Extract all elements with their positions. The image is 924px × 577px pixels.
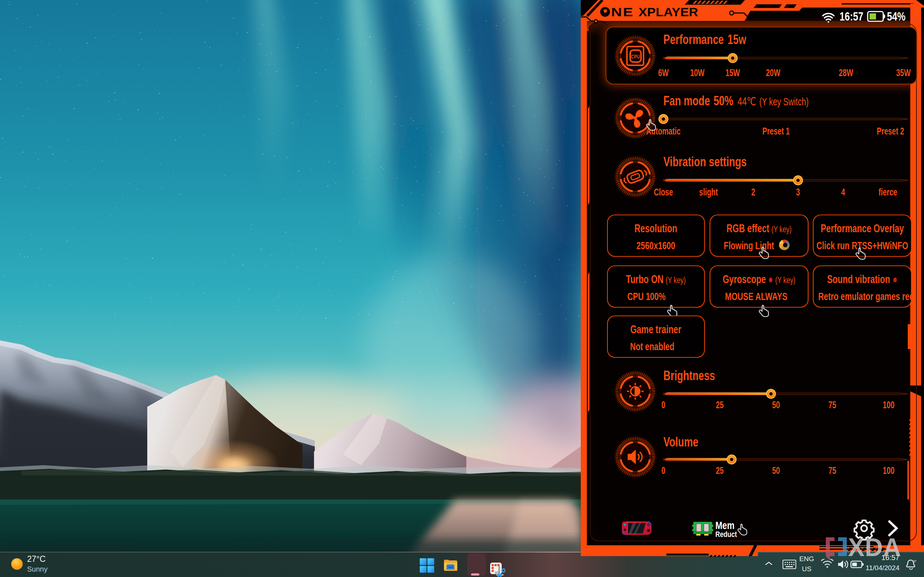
- svg-text:slight: slight: [699, 187, 718, 198]
- svg-text:100: 100: [883, 400, 894, 410]
- svg-text:0: 0: [662, 400, 666, 410]
- svg-text:100: 100: [883, 465, 894, 476]
- svg-text:Volume: Volume: [663, 435, 698, 449]
- svg-text:15W: 15W: [725, 68, 740, 78]
- svg-text:XDA: XDA: [848, 535, 901, 561]
- svg-text:25: 25: [716, 465, 724, 476]
- svg-text:Preset 1: Preset 1: [762, 126, 790, 137]
- svg-text:0: 0: [662, 465, 666, 476]
- svg-text:Performance Overlay: Performance Overlay: [821, 222, 904, 235]
- svg-text:10W: 10W: [690, 68, 705, 78]
- svg-text:25: 25: [716, 400, 724, 410]
- svg-text:CPU 100%: CPU 100%: [627, 291, 666, 302]
- svg-text:16:57: 16:57: [840, 10, 863, 23]
- svg-text:75: 75: [828, 465, 836, 476]
- svg-text:Not enabled: Not enabled: [630, 341, 675, 352]
- svg-text:Click run RTSS+HWiNFO: Click run RTSS+HWiNFO: [816, 240, 908, 251]
- svg-text:Performance15w: Performance15w: [663, 32, 746, 47]
- svg-text:6W: 6W: [658, 68, 669, 78]
- svg-text:fierce: fierce: [879, 187, 897, 198]
- svg-text:28W: 28W: [839, 68, 854, 78]
- svg-text:Retro emulator games req: Retro emulator games req: [818, 291, 914, 302]
- svg-text:Close: Close: [654, 187, 673, 198]
- svg-text:2: 2: [751, 187, 756, 198]
- svg-text:35W: 35W: [896, 68, 911, 78]
- svg-text:75: 75: [828, 400, 836, 410]
- svg-text:Sound vibration●: Sound vibration●: [827, 273, 898, 285]
- svg-text:XPLAYER: XPLAYER: [638, 5, 698, 19]
- svg-text:MOUSE ALWAYS: MOUSE ALWAYS: [725, 291, 787, 302]
- svg-text:Resolution: Resolution: [635, 222, 677, 235]
- svg-text:50: 50: [772, 400, 780, 410]
- svg-text:Vibration settings: Vibration settings: [663, 154, 747, 169]
- svg-text:50: 50: [772, 465, 780, 476]
- svg-text:Reduct: Reduct: [716, 530, 737, 538]
- svg-text:Brightness: Brightness: [663, 368, 715, 383]
- svg-text:Flowing Light: Flowing Light: [724, 240, 774, 251]
- svg-text:54%: 54%: [887, 10, 905, 23]
- svg-text:3: 3: [796, 187, 800, 198]
- svg-text:NE: NE: [611, 5, 634, 19]
- svg-text:4: 4: [842, 187, 845, 198]
- svg-text:Preset 2: Preset 2: [877, 126, 904, 137]
- svg-text:2560x1600: 2560x1600: [636, 240, 675, 251]
- svg-text:CPU: CPU: [631, 54, 640, 60]
- svg-text:Game trainer: Game trainer: [630, 323, 682, 336]
- svg-text:20W: 20W: [766, 68, 781, 78]
